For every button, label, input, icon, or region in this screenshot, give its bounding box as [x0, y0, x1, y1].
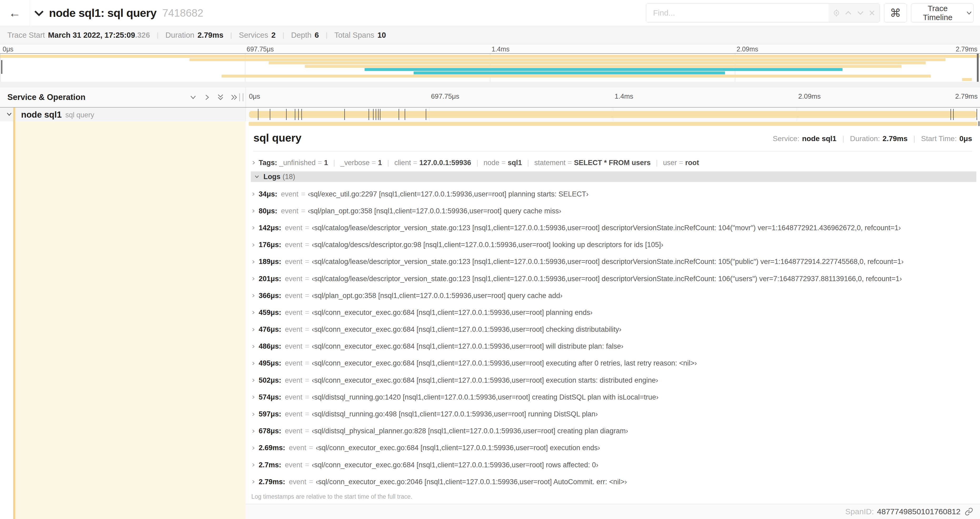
log-expand-chevron-icon [251, 395, 256, 399]
log-marker-tick[interactable] [295, 109, 295, 120]
minimap-span-bar [305, 65, 901, 68]
locate-icon[interactable] [832, 9, 840, 17]
span-row[interactable]: node sql1 sql query [0, 108, 980, 121]
log-expand-chevron-icon [251, 429, 256, 434]
log-marker-tick[interactable] [301, 109, 302, 120]
collapse-trace-chevron-icon[interactable] [34, 9, 44, 17]
collapse-one-icon[interactable] [189, 93, 197, 101]
tags-expand-chevron-icon [251, 160, 256, 165]
log-row[interactable]: 574μs:event=‹sql/distsql_running.go:1420… [251, 389, 976, 406]
expanded-left-column [0, 121, 245, 519]
logs-section-header[interactable]: Logs (18) [251, 171, 976, 182]
duration-value: 2.79ms [197, 31, 223, 40]
log-row[interactable]: 2.69ms:event=‹sql/conn_executor_exec.go:… [251, 440, 976, 457]
column-resizer-grip[interactable] [239, 93, 243, 101]
log-marker-tick[interactable] [378, 109, 379, 120]
log-row[interactable]: 176μs:event=‹sql/catalog/descs/descripto… [251, 236, 976, 254]
span-detail-panel: sql query Service: node sql1 | Duration:… [245, 126, 980, 504]
log-marker-tick[interactable] [298, 109, 299, 120]
log-row[interactable]: 476μs:event=‹sql/conn_executor_exec.go:6… [251, 321, 976, 338]
log-row[interactable]: 34μs:event=‹sql/exec_util.go:2297 [nsql1… [251, 186, 976, 203]
log-marker-tick[interactable] [950, 109, 951, 120]
minimap-span-bar [269, 61, 926, 64]
find-actions [829, 4, 880, 22]
log-row[interactable]: 502μs:event=‹sql/conn_executor_exec.go:6… [251, 372, 976, 389]
log-marker-tick[interactable] [426, 109, 426, 120]
span-color-stripe [13, 121, 15, 519]
span-duration-bar[interactable] [249, 111, 977, 118]
service-operation-label: Service & Operation [7, 93, 85, 102]
next-match-icon[interactable] [856, 9, 864, 17]
log-row[interactable]: 495μs:event=‹sql/conn_executor_exec.go:6… [251, 355, 976, 372]
minimap-left-scrubber-handle[interactable] [1, 60, 2, 74]
log-expand-chevron-icon [251, 412, 256, 417]
log-marker-tick[interactable] [373, 109, 374, 120]
log-row[interactable]: 459μs:event=‹sql/conn_executor_exec.go:6… [251, 304, 976, 321]
tag-chip: node=sql1 [484, 159, 522, 167]
log-row[interactable]: 142μs:event=‹sql/catalog/lease/descripto… [251, 219, 976, 236]
log-row[interactable]: 80μs:event=‹sql/plan_opt.go:358 [nsql1,c… [251, 203, 976, 219]
timeline-minimap[interactable] [0, 53, 980, 82]
logs-label: Logs [263, 173, 280, 181]
span-service-name: node sql1 [21, 110, 62, 120]
service-operation-header: Service & Operation [0, 88, 245, 107]
log-marker-tick[interactable] [405, 109, 405, 120]
tag-chip: statement=SELECT * FROM users [534, 159, 651, 167]
log-marker-tick[interactable] [399, 109, 399, 120]
logs-footnote: Log timestamps are relative to the start… [251, 493, 412, 500]
prev-match-icon[interactable] [844, 9, 852, 17]
expand-one-icon[interactable] [203, 93, 211, 101]
span-collapse-chevron-icon[interactable] [6, 111, 13, 118]
minimap-span-bar [0, 55, 980, 58]
log-marker-tick[interactable] [369, 109, 369, 120]
find-input[interactable] [646, 4, 829, 22]
start-time-label: Start Time: [921, 134, 956, 143]
log-expand-chevron-icon [251, 344, 256, 349]
back-button[interactable]: ← [0, 0, 30, 26]
tag-chip: _unfinished=1 [279, 159, 328, 167]
minimap-right-scrubber-handle[interactable] [977, 54, 979, 82]
keyboard-shortcuts-button[interactable]: ⌘ [884, 3, 907, 22]
log-marker-tick[interactable] [375, 109, 376, 120]
deep-link-icon[interactable] [965, 508, 973, 516]
span-color-stripe [13, 108, 15, 121]
expand-all-icon[interactable] [230, 93, 238, 101]
clear-find-icon[interactable] [868, 9, 876, 17]
minimap-tick: 1.4ms [492, 45, 509, 53]
log-row[interactable]: 486μs:event=‹sql/conn_executor_exec.go:6… [251, 338, 976, 355]
trace-title-group: node sql1: sql query 7418682 [34, 0, 204, 26]
total-spans-value: 10 [377, 31, 386, 40]
tags-row[interactable]: Tags: _unfinished=1|_verbose=1|client=12… [251, 156, 699, 169]
minimap-tick: 2.79ms [956, 45, 977, 53]
log-marker-tick[interactable] [380, 109, 380, 120]
depth-label: Depth [291, 31, 312, 40]
minimap-span-bar [962, 78, 972, 81]
minimap-tick-labels: 0μs 697.75μs 1.4ms 2.09ms 2.79ms [0, 44, 980, 53]
log-row[interactable]: 366μs:event=‹sql/plan_opt.go:358 [nsql1,… [251, 287, 976, 304]
log-marker-tick[interactable] [977, 109, 977, 120]
log-row[interactable]: 189μs:event=‹sql/catalog/lease/descripto… [251, 254, 976, 270]
log-row[interactable]: 2.79ms:event=‹sql/conn_executor_exec.go:… [251, 473, 976, 490]
log-expand-chevron-icon [251, 209, 256, 213]
log-row[interactable]: 597μs:event=‹sql/distsql_running.go:498 … [251, 406, 976, 423]
log-marker-tick[interactable] [270, 109, 270, 120]
trace-start-fraction: .326 [135, 31, 150, 40]
log-expand-chevron-icon [251, 310, 256, 315]
minimap-span-bar [364, 68, 843, 71]
duration-value: 2.79ms [883, 134, 908, 143]
duration-label: Duration [165, 31, 194, 40]
log-marker-tick[interactable] [953, 109, 954, 120]
trace-view-label: Trace Timeline [913, 4, 963, 22]
log-marker-tick[interactable] [344, 109, 345, 120]
log-row[interactable]: 678μs:event=‹sql/distsql_physical_planne… [251, 423, 976, 440]
tags-label: Tags: [259, 159, 277, 167]
trace-view-select[interactable]: Trace Timeline [911, 3, 974, 22]
log-marker-tick[interactable] [258, 109, 258, 120]
log-expand-chevron-icon [251, 260, 256, 264]
log-row[interactable]: 2.7ms:event=‹sql/conn_executor_exec.go:6… [251, 457, 976, 473]
ruler-tick: 1.4ms [615, 92, 633, 101]
log-row[interactable]: 201μs:event=‹sql/catalog/lease/descripto… [251, 270, 976, 287]
tag-chip: _verbose=1 [340, 159, 382, 167]
collapse-all-icon[interactable] [216, 93, 224, 101]
log-marker-tick[interactable] [286, 109, 286, 120]
